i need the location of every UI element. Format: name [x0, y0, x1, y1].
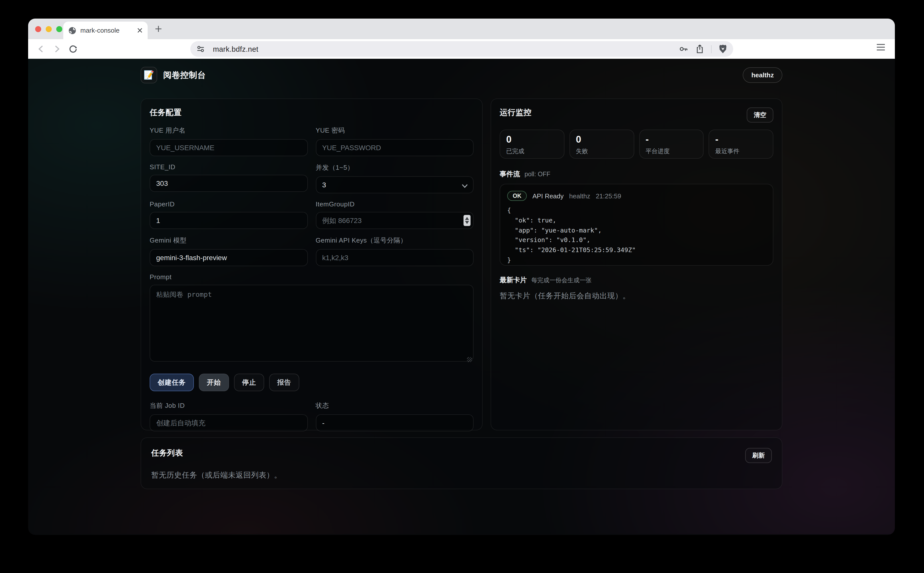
page-content: 📝 阅卷控制台 healthz 任务配置 YUE 用户名 [28, 59, 895, 534]
field-yue-username: YUE 用户名 [150, 126, 308, 156]
report-button[interactable]: 报告 [269, 374, 299, 391]
task-config-panel: 任务配置 YUE 用户名 YUE 密码 SITE_ID [141, 99, 483, 431]
browser-window: mark-console [28, 19, 895, 535]
reload-button[interactable] [66, 42, 79, 55]
yue-password-label: YUE 密码 [316, 126, 474, 135]
menu-icon[interactable] [876, 43, 886, 53]
field-paper-id: PaperID [150, 200, 308, 229]
stat-completed-value: 0 [506, 135, 558, 145]
paper-id-label: PaperID [150, 200, 308, 208]
stat-latest-event-label: 最近事件 [715, 147, 767, 156]
field-job-id: 当前 Job ID [150, 401, 308, 431]
memo-icon: 📝 [144, 70, 154, 80]
event-json: { "ok": true, "app": "yue-auto-mark", "v… [507, 205, 766, 265]
task-list-empty-text: 暂无历史任务（或后端未返回列表）。 [151, 471, 772, 480]
task-list-title: 任务列表 [151, 448, 183, 459]
close-window-button[interactable] [35, 26, 41, 32]
stat-latest-event: - 最近事件 [709, 130, 774, 159]
paper-id-input[interactable] [150, 212, 308, 229]
forward-button[interactable] [50, 42, 63, 55]
brave-shield-icon[interactable] [719, 44, 727, 54]
refresh-button[interactable]: 刷新 [745, 448, 772, 463]
event-stream-title: 事件流 [500, 170, 520, 179]
stat-platform-progress: - 平台进度 [639, 130, 704, 159]
field-item-group-id: ItemGroupID [316, 200, 474, 229]
concurrency-select[interactable]: 3 [316, 176, 474, 193]
ok-badge: OK [507, 191, 527, 201]
resize-grip-icon[interactable] [467, 357, 472, 362]
gemini-model-label: Gemini 模型 [150, 236, 308, 245]
app-logo: 📝 [141, 67, 157, 83]
field-gemini-api-keys: Gemini API Keys（逗号分隔） [316, 236, 474, 266]
zoom-window-button[interactable] [56, 26, 62, 32]
app-header: 📝 阅卷控制台 healthz [141, 59, 782, 85]
url-text: mark.bdfz.net [213, 45, 258, 53]
cards-empty-text: 暂无卡片（任务开始后会自动出现）。 [500, 291, 773, 301]
item-group-id-label: ItemGroupID [316, 200, 474, 208]
yue-username-label: YUE 用户名 [150, 126, 308, 135]
field-site-id: SITE_ID [150, 163, 308, 193]
concurrency-label: 并发（1~5） [316, 163, 474, 172]
gemini-model-input[interactable] [150, 249, 308, 266]
job-id-label: 当前 Job ID [150, 401, 308, 410]
stat-latest-event-value: - [715, 135, 767, 145]
latest-cards-title: 最新卡片 [500, 276, 527, 285]
item-group-id-input[interactable] [316, 212, 474, 229]
clear-button[interactable]: 清空 [747, 108, 773, 122]
gemini-api-keys-input[interactable] [316, 249, 474, 266]
stop-button[interactable]: 停止 [234, 374, 264, 391]
latest-cards-hint: 每完成一份会生成一张 [531, 276, 591, 285]
field-yue-password: YUE 密码 [316, 126, 474, 156]
traffic-lights [35, 19, 62, 39]
prompt-label: Prompt [150, 273, 474, 281]
stat-failed-label: 失败 [576, 147, 628, 156]
yue-username-input[interactable] [150, 139, 308, 156]
run-monitor-panel: 运行监控 清空 0 已完成 0 失败 [491, 99, 782, 431]
tune-icon[interactable] [196, 45, 205, 53]
status-label: 状态 [316, 401, 474, 410]
new-tab-button[interactable] [155, 19, 162, 39]
create-task-button[interactable]: 创建任务 [150, 374, 194, 391]
event-name: API Ready [533, 192, 564, 200]
event-time: 21:25:59 [596, 192, 621, 200]
stat-platform-progress-value: - [646, 135, 697, 145]
event-source: healthz [569, 192, 590, 200]
yue-password-input[interactable] [316, 139, 474, 156]
status-input[interactable] [316, 414, 474, 431]
screen: mark-console [0, 0, 924, 573]
monitor-panel-title: 运行监控 [500, 108, 532, 118]
event-log: OK API Ready healthz 21:25:59 { "ok": tr… [500, 184, 773, 266]
tab-strip: mark-console [28, 19, 895, 39]
minimize-window-button[interactable] [46, 26, 52, 32]
site-id-label: SITE_ID [150, 163, 308, 171]
url-bar[interactable]: mark.bdfz.net [190, 41, 733, 57]
field-concurrency: 并发（1~5） 3 [316, 163, 474, 193]
start-button[interactable]: 开始 [199, 374, 229, 391]
browser-toolbar: mark.bdfz.net [28, 39, 895, 59]
tab-close-icon[interactable] [137, 28, 142, 33]
divider [711, 45, 711, 53]
share-icon[interactable] [696, 44, 704, 54]
gemini-api-keys-label: Gemini API Keys（逗号分隔） [316, 236, 474, 245]
concurrency-value: 3 [322, 181, 326, 189]
stats-row: 0 已完成 0 失败 - 平台进度 [500, 130, 773, 159]
healthz-button[interactable]: healthz [743, 67, 782, 83]
site-id-input[interactable] [150, 175, 308, 192]
task-list-panel: 任务列表 刷新 暂无历史任务（或后端未返回列表）。 [141, 437, 782, 489]
config-panel-title: 任务配置 [150, 108, 474, 118]
back-button[interactable] [34, 42, 47, 55]
prompt-textarea[interactable] [150, 285, 474, 362]
job-id-input[interactable] [150, 414, 308, 431]
poll-status: poll: OFF [525, 171, 550, 178]
stat-completed-label: 已完成 [506, 147, 558, 156]
chevron-down-icon [461, 181, 468, 190]
field-prompt: Prompt [150, 273, 474, 363]
password-key-icon[interactable] [679, 44, 688, 54]
page-title: 阅卷控制台 [163, 70, 206, 81]
field-gemini-model: Gemini 模型 [150, 236, 308, 266]
stat-completed: 0 已完成 [500, 130, 564, 159]
field-status: 状态 [316, 401, 474, 431]
stat-failed-value: 0 [576, 135, 628, 145]
browser-tab[interactable]: mark-console [63, 22, 148, 39]
number-spinner-icon[interactable] [463, 215, 471, 226]
